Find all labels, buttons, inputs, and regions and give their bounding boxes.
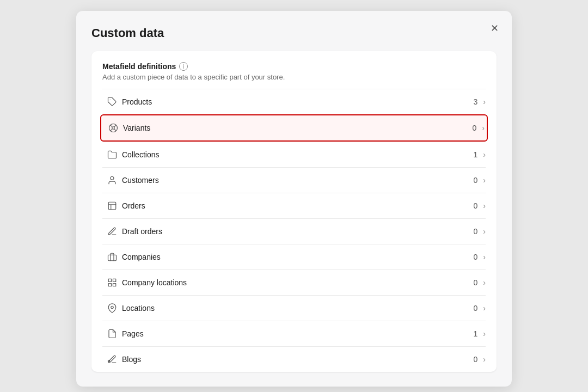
- item-count-draft-orders: 0: [474, 227, 478, 236]
- chevron-right-icon: ›: [483, 329, 486, 338]
- svg-rect-6: [113, 279, 116, 281]
- close-button[interactable]: ✕: [486, 20, 503, 37]
- svg-rect-7: [113, 284, 116, 286]
- svg-rect-8: [108, 284, 111, 286]
- page-icon: [102, 329, 122, 339]
- item-label-customers: Customers: [122, 176, 474, 185]
- item-label-orders: Orders: [122, 201, 474, 210]
- item-label-collections: Collections: [122, 150, 474, 159]
- item-count-company-locations: 0: [474, 278, 478, 287]
- item-count-companies: 0: [474, 253, 478, 261]
- card-title: Metafield definitions: [102, 62, 176, 71]
- svg-point-2: [111, 176, 114, 180]
- blog-icon: [102, 354, 122, 364]
- chevron-right-icon: ›: [483, 201, 486, 210]
- collection-icon: [102, 150, 122, 160]
- svg-rect-3: [108, 202, 116, 210]
- item-label-variants: Variants: [123, 124, 473, 132]
- list-item-company-locations[interactable]: Company locations 0 ›: [102, 270, 486, 295]
- item-count-variants: 0: [473, 124, 477, 132]
- order-icon: [102, 201, 122, 211]
- chevron-right-icon: ›: [483, 150, 486, 159]
- chevron-right-icon: ›: [483, 227, 486, 236]
- item-label-products: Products: [122, 97, 474, 106]
- item-count-customers: 0: [474, 176, 478, 185]
- tag-icon: [102, 97, 122, 107]
- svg-point-9: [111, 306, 114, 309]
- item-count-orders: 0: [474, 201, 478, 210]
- info-icon[interactable]: i: [179, 62, 188, 71]
- chevron-right-icon: ›: [483, 355, 486, 364]
- svg-rect-5: [108, 279, 111, 281]
- items-list: Products 3 › Variants 0 › Collections 1 …: [102, 89, 486, 372]
- list-item-collections[interactable]: Collections 1 ›: [102, 142, 486, 167]
- card-header: Metafield definitions i Add a custom pie…: [102, 62, 486, 81]
- item-count-products: 3: [474, 97, 478, 106]
- list-item-products[interactable]: Products 3 ›: [102, 89, 486, 114]
- metafield-card: Metafield definitions i Add a custom pie…: [91, 51, 497, 372]
- item-label-blogs: Blogs: [122, 355, 474, 364]
- list-item-pages[interactable]: Pages 1 ›: [102, 321, 486, 346]
- variant-icon: [103, 123, 123, 133]
- item-count-blogs: 0: [474, 355, 478, 364]
- chevron-right-icon: ›: [483, 176, 486, 185]
- item-label-locations: Locations: [122, 304, 474, 313]
- company-icon: [102, 252, 122, 262]
- building-icon: [102, 278, 122, 287]
- page-title: Custom data: [91, 26, 497, 40]
- item-label-companies: Companies: [122, 253, 474, 261]
- item-label-draft-orders: Draft orders: [122, 227, 474, 236]
- item-label-pages: Pages: [122, 329, 474, 338]
- list-item-blogs[interactable]: Blogs 0 ›: [102, 346, 486, 372]
- card-title-row: Metafield definitions i: [102, 62, 486, 71]
- item-label-company-locations: Company locations: [122, 278, 474, 287]
- modal-container: ✕ Custom data Metafield definitions i Ad…: [76, 11, 512, 387]
- chevron-right-icon: ›: [483, 97, 486, 106]
- chevron-right-icon: ›: [483, 253, 486, 261]
- list-item-customers[interactable]: Customers 0 ›: [102, 167, 486, 193]
- draft-icon: [102, 226, 122, 236]
- list-item-draft-orders[interactable]: Draft orders 0 ›: [102, 218, 486, 244]
- list-item-companies[interactable]: Companies 0 ›: [102, 244, 486, 270]
- list-item-variants[interactable]: Variants 0 ›: [100, 114, 488, 142]
- chevron-right-icon: ›: [482, 124, 485, 132]
- svg-rect-4: [108, 255, 117, 261]
- svg-point-1: [112, 127, 115, 130]
- item-count-locations: 0: [474, 304, 478, 313]
- item-count-pages: 1: [474, 329, 478, 338]
- location-icon: [102, 303, 122, 313]
- chevron-right-icon: ›: [483, 278, 486, 287]
- list-item-orders[interactable]: Orders 0 ›: [102, 193, 486, 218]
- item-count-collections: 1: [474, 150, 478, 159]
- customer-icon: [102, 175, 122, 185]
- chevron-right-icon: ›: [483, 304, 486, 313]
- list-item-locations[interactable]: Locations 0 ›: [102, 295, 486, 321]
- card-subtitle: Add a custom piece of data to a specific…: [102, 73, 486, 81]
